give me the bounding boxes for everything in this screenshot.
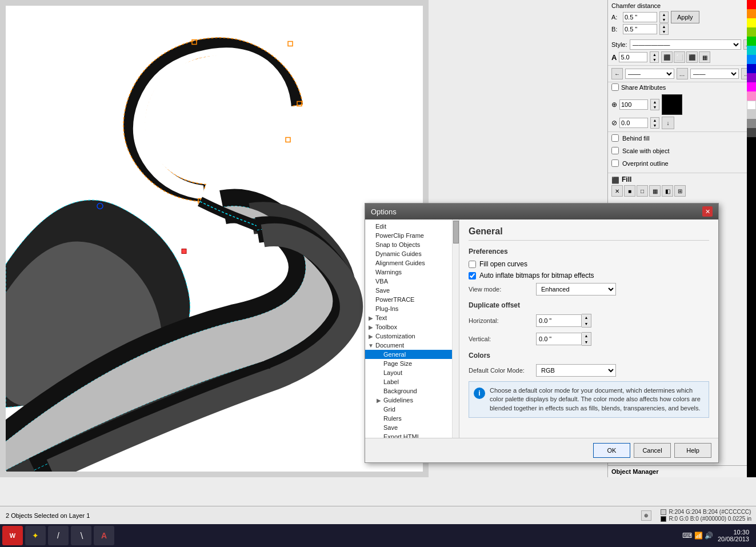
taskbar-app-2[interactable]: / xyxy=(48,526,69,545)
chamfer-b-down[interactable]: ▼ xyxy=(660,29,668,34)
fill-texture-btn[interactable]: ⊞ xyxy=(674,185,686,197)
palette-blue[interactable] xyxy=(747,55,756,64)
tree-item-toolbox[interactable]: ▶Toolbox xyxy=(365,322,459,332)
fill-open-curves-checkbox[interactable] xyxy=(469,261,476,268)
tree-item-save[interactable]: Save xyxy=(365,286,459,295)
font-size-input[interactable] xyxy=(619,52,647,62)
fill-gradient-btn[interactable]: ◧ xyxy=(662,185,673,197)
tree-item-rulers[interactable]: Rulers xyxy=(365,414,459,423)
fill-0-input[interactable] xyxy=(619,118,648,128)
style-dropdown[interactable]: —————— xyxy=(630,39,741,50)
fill-pattern-btn[interactable]: ▦ xyxy=(649,185,661,197)
tree-item-export-html[interactable]: Export HTML xyxy=(365,432,459,438)
fill-extra-btn[interactable]: ↓ xyxy=(662,117,674,129)
tree-item-vba[interactable]: VBA xyxy=(365,277,459,286)
tree-item-document[interactable]: ▼Document xyxy=(365,341,459,350)
tree-item-page-size[interactable]: Page Size xyxy=(365,359,459,368)
palette-darkblue[interactable] xyxy=(747,64,756,73)
palette-white[interactable] xyxy=(747,101,756,110)
tree-item-save[interactable]: Save xyxy=(365,423,459,432)
palette-darkgray[interactable] xyxy=(747,128,756,137)
taskbar: W ✦ / ∖ A ⌨ 📶 🔊 10:30 20/08/2013 xyxy=(0,524,756,547)
default-color-dropdown[interactable]: RGB CMYK Grayscale xyxy=(536,364,616,377)
tree-item-dynamic-guides[interactable]: Dynamic Guides xyxy=(365,249,459,258)
overprint-outline-label: Overprint outline xyxy=(622,160,669,167)
tree-item-layout[interactable]: Layout xyxy=(365,368,459,377)
fill-x-btn[interactable]: ✕ xyxy=(611,185,623,197)
font-size-up[interactable]: ▲ xyxy=(650,52,658,57)
line-style-dropdown[interactable]: —— xyxy=(625,69,674,79)
chamfer-b-input[interactable] xyxy=(623,24,657,34)
snap-btn[interactable]: ⊕ xyxy=(641,510,651,521)
palette-black[interactable] xyxy=(747,137,756,477)
style-btn-2[interactable]: ⬜ xyxy=(674,51,685,63)
tree-item-edit[interactable]: Edit xyxy=(365,222,459,231)
tree-item-text[interactable]: ▶Text xyxy=(365,313,459,322)
view-mode-dropdown[interactable]: Enhanced Normal Enhanced with Overprints… xyxy=(536,283,616,296)
fill-0-up[interactable]: ▲ xyxy=(651,118,659,123)
tree-item-powertrace[interactable]: PowerTRACE xyxy=(365,295,459,304)
tree-item-customization[interactable]: ▶Customization xyxy=(365,332,459,341)
palette-orange[interactable] xyxy=(747,9,756,18)
color-swatch[interactable] xyxy=(662,94,682,115)
help-btn[interactable]: Help xyxy=(674,443,711,458)
dialog-close-btn[interactable]: ✕ xyxy=(702,206,713,217)
tree-item-snap-to-objects[interactable]: Snap to Objects xyxy=(365,240,459,249)
tree-item-warnings[interactable]: Warnings xyxy=(365,267,459,277)
chamfer-b-up[interactable]: ▲ xyxy=(660,24,668,29)
palette-yellow[interactable] xyxy=(747,18,756,27)
chamfer-a-up[interactable]: ▲ xyxy=(660,12,668,17)
auto-inflate-checkbox[interactable] xyxy=(469,272,476,280)
fill-100-up[interactable]: ▲ xyxy=(651,99,659,105)
start-btn[interactable]: W xyxy=(2,526,23,545)
tree-item-general[interactable]: General xyxy=(365,350,459,359)
fill-100-input[interactable] xyxy=(619,99,648,110)
share-attr-checkbox[interactable] xyxy=(611,83,619,91)
arrow-end-dropdown[interactable]: —— xyxy=(690,69,739,79)
tree-item-plug-ins[interactable]: Plug-Ins xyxy=(365,304,459,313)
tree-item-alignment-guides[interactable]: Alignment Guides xyxy=(365,258,459,267)
chamfer-a-input[interactable] xyxy=(623,12,657,22)
font-size-down[interactable]: ▼ xyxy=(650,57,658,62)
palette-pink[interactable] xyxy=(747,91,756,101)
palette-red[interactable] xyxy=(747,0,756,9)
palette-lightgray[interactable] xyxy=(747,110,756,119)
scale-with-object-checkbox[interactable] xyxy=(611,147,619,154)
ok-btn[interactable]: OK xyxy=(593,443,630,458)
behind-fill-checkbox[interactable] xyxy=(611,134,619,142)
palette-teal[interactable] xyxy=(747,46,756,55)
arrow-left-btn[interactable]: ← xyxy=(611,68,623,79)
overprint-outline-checkbox[interactable] xyxy=(611,159,619,167)
palette-green[interactable] xyxy=(747,37,756,46)
tree-item-label[interactable]: Label xyxy=(365,377,459,386)
chamfer-a-down[interactable]: ▼ xyxy=(660,17,668,22)
fill-outline-btn[interactable]: □ xyxy=(637,185,648,197)
style-btn-4[interactable]: ▦ xyxy=(699,51,710,63)
palette-lime[interactable] xyxy=(747,27,756,37)
fill-0-down[interactable]: ▼ xyxy=(651,123,659,128)
taskbar-app-4[interactable]: A xyxy=(94,526,114,545)
cancel-btn[interactable]: Cancel xyxy=(634,443,671,458)
horizontal-up[interactable]: ▲ xyxy=(582,314,591,321)
tree-item-powerclip-frame[interactable]: PowerClip Frame xyxy=(365,231,459,240)
vertical-input[interactable] xyxy=(536,333,582,345)
horizontal-input[interactable] xyxy=(536,314,582,327)
palette-purple[interactable] xyxy=(747,73,756,82)
fill-solid-btn[interactable]: ■ xyxy=(624,185,635,197)
tree-item-guidelines[interactable]: ▶Guidelines xyxy=(365,396,459,405)
fill-100-down[interactable]: ▼ xyxy=(651,105,659,110)
taskbar-app-3[interactable]: ∖ xyxy=(71,526,91,545)
vertical-up[interactable]: ▲ xyxy=(582,333,591,339)
style-btn-3[interactable]: ⬛ xyxy=(686,51,698,63)
tree-item-grid[interactable]: Grid xyxy=(365,405,459,414)
style-btn-1[interactable]: ⬛ xyxy=(661,51,673,63)
tree-item-background[interactable]: Background xyxy=(365,386,459,396)
taskbar-app-1[interactable]: ✦ xyxy=(25,526,46,545)
vertical-down[interactable]: ▼ xyxy=(582,339,591,345)
chamfer-apply-btn[interactable]: Apply xyxy=(671,11,699,23)
palette-gray[interactable] xyxy=(747,119,756,128)
horizontal-down[interactable]: ▼ xyxy=(582,321,591,327)
tree-scrollbar[interactable] xyxy=(452,219,459,438)
palette-magenta[interactable] xyxy=(747,82,756,91)
line-opts-btn[interactable]: … xyxy=(677,68,688,79)
